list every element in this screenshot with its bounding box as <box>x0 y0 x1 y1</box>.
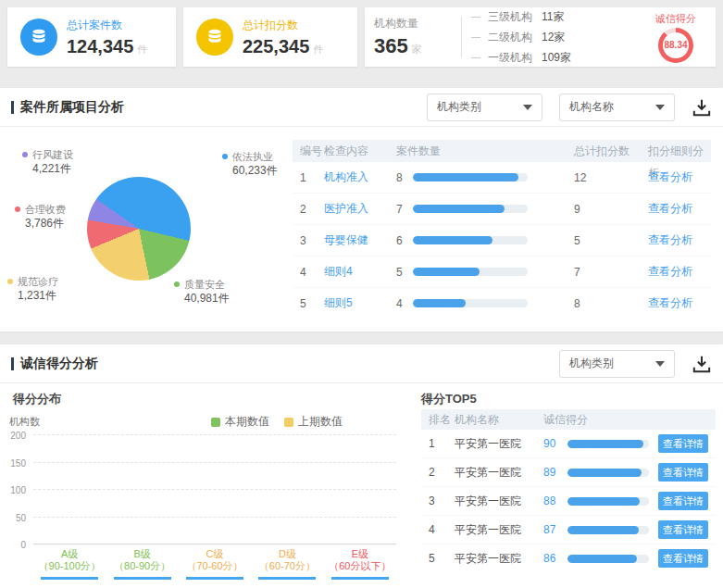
tick-mark <box>471 57 480 58</box>
org-breakdown-list: 三级机构 11家 二级机构 12家 一级机构 109家 <box>471 9 645 66</box>
legend-dot <box>7 279 13 284</box>
score-gauge-block: 诚信得分 88.34 <box>645 12 706 63</box>
table-row: 4 平安第一医院 87 查看详情 <box>421 516 716 544</box>
view-detail-button[interactable]: 查看详情 <box>658 520 708 539</box>
bar-track <box>413 236 528 244</box>
row-index: 1 <box>293 171 324 184</box>
bar-track <box>567 555 649 563</box>
rank: 4 <box>421 523 455 536</box>
column-header: 扣分细则分析 <box>648 140 711 162</box>
tick-mark <box>471 37 480 38</box>
select-value: 机构类别 <box>569 356 655 371</box>
view-analysis-link[interactable]: 查看分析 <box>648 232 711 248</box>
column-header: 检查内容 <box>324 140 396 162</box>
org-level-label: 二级机构 <box>488 30 532 45</box>
bar-fill <box>413 268 480 276</box>
download-icon <box>692 98 712 117</box>
org-type-select[interactable]: 机构类别 <box>427 94 542 121</box>
stat-value: 365家 <box>374 34 452 58</box>
rank: 1 <box>421 437 455 450</box>
deduct-value: 9 <box>574 203 648 216</box>
score-value: 88 <box>543 494 567 507</box>
title-accent-bar <box>11 101 14 114</box>
view-detail-button[interactable]: 查看详情 <box>658 463 708 482</box>
stat-card-total-deductions: 总计扣分数 225,345件 <box>183 7 357 67</box>
check-item-link[interactable]: 医护准入 <box>324 201 396 217</box>
divider <box>461 17 462 57</box>
pie-label: 依法执业 60,233件 <box>222 150 278 178</box>
table-row: 2 平安第一医院 89 查看详情 <box>421 458 716 487</box>
view-analysis-link[interactable]: 查看分析 <box>648 295 711 311</box>
view-detail-button[interactable]: 查看详情 <box>658 492 708 510</box>
score-value: 86 <box>543 552 567 565</box>
view-detail-button[interactable]: 查看详情 <box>658 434 708 453</box>
chevron-down-icon <box>655 361 665 367</box>
legend-item: 本期数值 <box>211 414 269 430</box>
org-name: 平安第一医院 <box>455 436 543 452</box>
database-icon <box>196 19 233 56</box>
y-tick-label: 150 <box>2 458 26 469</box>
chart-legend: 本期数值 上期数值 <box>211 414 343 430</box>
download-button[interactable] <box>692 355 712 373</box>
score-analysis-panel: 诚信得分分析 机构类别 得分分布 机构数 本期数值 <box>0 344 723 588</box>
score-gauge: 88.34 <box>658 28 693 63</box>
bar-track <box>413 268 528 276</box>
pie-label: 行风建设 4,221件 <box>22 148 73 176</box>
score-distribution-chart: 050100150200 A级（90-100分）B级（80-90分）C级（70-… <box>4 435 402 585</box>
x-axis-segment <box>114 577 171 580</box>
stat-unit: 件 <box>137 44 147 55</box>
bar-fill <box>567 497 640 506</box>
chart-title: 得分分布 <box>13 391 61 407</box>
table-row: 1 平安第一医院 90 查看详情 <box>421 430 716 458</box>
page-title: 案件所属项目分析 <box>20 99 124 116</box>
case-count-cell: 5 <box>396 266 574 279</box>
legend-item: 上期数值 <box>284 414 343 430</box>
deduct-value: 8 <box>574 297 648 310</box>
panel-header: 诚信得分分析 机构类别 <box>0 344 723 383</box>
x-axis-segment <box>258 577 316 580</box>
stat-label: 总计扣分数 <box>243 18 323 33</box>
org-count-block: 机构数量 365家 <box>374 16 452 58</box>
select-value: 机构类别 <box>437 99 523 115</box>
org-level-label: 三级机构 <box>488 9 532 25</box>
table-row: 3 母婴保健 6 5 查看分析 <box>293 225 711 256</box>
pie-chart <box>87 177 191 281</box>
view-analysis-link[interactable]: 查看分析 <box>648 264 711 280</box>
y-tick-label: 200 <box>2 431 26 441</box>
bar-track <box>413 173 528 181</box>
bar-fill <box>567 555 637 563</box>
deduct-value: 5 <box>574 234 648 247</box>
tick-mark <box>471 17 480 18</box>
check-item-link[interactable]: 细则5 <box>324 295 396 311</box>
case-panel-content: 依法执业 60,233件 质量安全 40,981件 规范诊疗 1,231件 合理… <box>0 127 723 331</box>
x-axis-segment <box>331 577 389 580</box>
download-button[interactable] <box>692 98 712 117</box>
bar-fill <box>413 299 466 307</box>
case-table: 编号 检查内容 案件数量 总计扣分数 扣分细则分析 1 机构准入 8 12 查看… <box>293 140 711 319</box>
case-count-cell: 8 <box>396 171 574 184</box>
check-item-link[interactable]: 机构准入 <box>324 169 396 185</box>
check-item-link[interactable]: 母婴保健 <box>324 232 396 248</box>
check-item-link[interactable]: 细则4 <box>324 264 396 280</box>
view-detail-button[interactable]: 查看详情 <box>658 549 708 568</box>
gauge-value: 88.34 <box>663 32 689 58</box>
download-icon <box>692 355 712 373</box>
org-level-count: 109家 <box>542 50 571 66</box>
y-tick-label: 50 <box>2 513 26 523</box>
org-name: 平安第一医院 <box>455 494 543 509</box>
column-header: 诚信得分 <box>543 409 716 430</box>
stat-label: 机构数量 <box>374 16 452 31</box>
bar-track <box>567 440 649 448</box>
org-type-select[interactable]: 机构类别 <box>559 350 675 378</box>
org-level-label: 一级机构 <box>488 50 532 66</box>
x-category-label: D级（60-70分） <box>251 548 323 572</box>
stat-label: 总计案件数 <box>67 18 147 33</box>
score-value: 87 <box>543 523 567 536</box>
view-analysis-link[interactable]: 查看分析 <box>648 201 711 217</box>
view-analysis-link[interactable]: 查看分析 <box>648 169 711 185</box>
stat-number: 365 <box>374 34 408 57</box>
pie-label: 规范诊疗 1,231件 <box>7 275 58 303</box>
org-name-select[interactable]: 机构名称 <box>559 94 675 121</box>
section-title: 诚信得分分析 <box>20 356 98 372</box>
table-row: 4 细则4 5 7 查看分析 <box>293 256 711 288</box>
